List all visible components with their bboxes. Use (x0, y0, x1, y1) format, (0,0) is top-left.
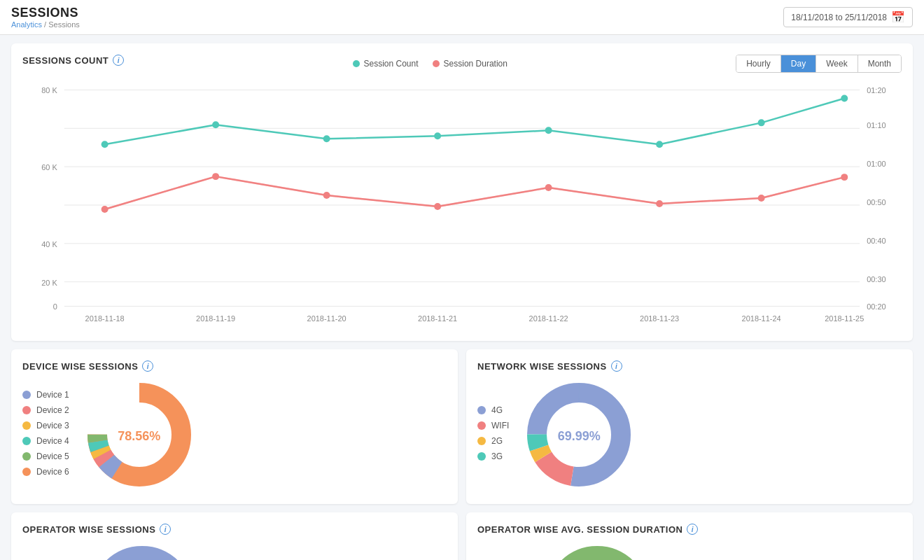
network-donut-svg (523, 379, 635, 491)
breadcrumb-sessions: Sessions (48, 20, 80, 29)
svg-point-39 (545, 184, 552, 191)
sessions-count-info-icon[interactable]: i (113, 55, 124, 66)
color-device3 (22, 421, 31, 430)
breadcrumb-analytics[interactable]: Analytics (11, 20, 42, 29)
legend-session-duration: Session Duration (433, 59, 507, 69)
page-header: SESSIONS Analytics / Sessions 18/11/2018… (0, 0, 924, 35)
svg-text:2018-11-23: 2018-11-23 (640, 314, 679, 323)
legend-4g: 4G (477, 405, 509, 415)
operator-avg-title: OPERATOR WISE AVG. SESSION DURATION i (477, 524, 902, 535)
svg-text:2018-11-19: 2018-11-19 (196, 314, 235, 323)
svg-text:01:10: 01:10 (867, 121, 886, 130)
period-hourly[interactable]: Hourly (736, 55, 781, 72)
operator-wise-info-icon[interactable]: i (160, 524, 171, 535)
color-device6 (22, 468, 31, 476)
svg-point-30 (434, 132, 441, 139)
svg-text:00:30: 00:30 (867, 275, 886, 284)
svg-text:60 K: 60 K (41, 163, 57, 172)
color-wifi (477, 421, 486, 430)
svg-text:20 K: 20 K (41, 279, 57, 287)
svg-text:80 K: 80 K (41, 86, 57, 94)
network-wise-card: NETWORK WISE SESSIONS i 4G WIFI 2G (466, 349, 913, 504)
legend-label-count: Session Count (364, 59, 419, 69)
svg-text:40 K: 40 K (41, 240, 57, 248)
main-content: SESSIONS COUNT i Session Count Session D… (0, 35, 924, 560)
period-week[interactable]: Week (816, 55, 858, 72)
svg-point-31 (545, 127, 552, 134)
svg-text:00:20: 00:20 (867, 303, 886, 312)
operator-avg-donut: 16.79% (541, 542, 653, 560)
legend-device4: Device 4 (22, 436, 69, 446)
operator-wise-donut: 45.5% (86, 542, 198, 560)
svg-point-28 (212, 121, 219, 128)
svg-point-32 (656, 141, 663, 148)
legend-device5: Device 5 (22, 451, 69, 461)
svg-text:2018-11-18: 2018-11-18 (85, 314, 125, 323)
svg-point-36 (212, 173, 219, 180)
svg-text:2018-11-21: 2018-11-21 (418, 314, 457, 323)
svg-text:00:50: 00:50 (867, 198, 886, 206)
svg-point-38 (434, 203, 441, 210)
operator-avg-info-icon[interactable]: i (687, 524, 698, 535)
svg-point-55 (100, 556, 184, 560)
svg-point-27 (102, 141, 108, 148)
legend-device6: Device 6 (22, 467, 69, 477)
device-wise-donut: 78.56% (83, 379, 195, 493)
breadcrumb: Analytics / Sessions (11, 20, 80, 29)
page-title: SESSIONS (11, 6, 80, 20)
operator-avg-content: Jio Airtel Vodafone Aircel (477, 542, 902, 560)
period-buttons: Hourly Day Week Month (736, 55, 902, 73)
device-wise-legend: Device 1 Device 2 Device 3 Device 4 (22, 390, 69, 482)
color-device5 (22, 452, 31, 461)
network-wise-content: 4G WIFI 2G 3G (477, 379, 902, 493)
color-device2 (22, 406, 31, 414)
date-range-text: 18/11/2018 to 25/11/2018 (791, 13, 887, 22)
color-4g (477, 406, 486, 414)
network-wise-donut: 69.99% (523, 379, 635, 493)
legend-2g: 2G (477, 436, 509, 446)
chart-header: SESSIONS COUNT i Session Count Session D… (22, 55, 902, 73)
network-wise-title: NETWORK WISE SESSIONS i (477, 360, 902, 372)
device-wise-content: Device 1 Device 2 Device 3 Device 4 (22, 379, 447, 493)
operator-wise-card: OPERATOR WISE SESSIONS i Jio Airtel Vod (11, 512, 458, 560)
svg-point-42 (841, 174, 848, 181)
date-range-picker[interactable]: 18/11/2018 to 25/11/2018 📅 (783, 7, 913, 27)
color-2g (477, 437, 486, 445)
svg-point-33 (758, 119, 765, 126)
legend-device1: Device 1 (22, 390, 69, 400)
svg-text:0: 0 (53, 303, 57, 312)
sessions-count-title: SESSIONS COUNT i (22, 55, 124, 66)
svg-text:2018-11-22: 2018-11-22 (529, 314, 568, 323)
svg-text:2018-11-20: 2018-11-20 (307, 314, 346, 323)
period-month[interactable]: Month (858, 55, 901, 72)
operator-donut-svg (86, 542, 198, 560)
svg-point-49 (108, 404, 170, 465)
svg-text:01:20: 01:20 (867, 86, 886, 94)
operator-avg-donut-svg (541, 542, 653, 560)
period-day[interactable]: Day (781, 55, 816, 72)
color-device4 (22, 437, 31, 445)
legend-dot-count (353, 60, 360, 67)
chart-legend: Session Count Session Duration (353, 59, 507, 69)
svg-point-37 (323, 192, 330, 199)
legend-3g: 3G (477, 451, 509, 461)
network-wise-info-icon[interactable]: i (611, 360, 622, 372)
operator-wise-content: Jio Airtel Vodafone Aircel (22, 542, 447, 560)
header-left: SESSIONS Analytics / Sessions (11, 6, 80, 29)
legend-session-count: Session Count (353, 59, 419, 69)
svg-point-41 (758, 195, 765, 202)
bottom-cards-grid: DEVICE WISE SESSIONS i Device 1 Device 2 (11, 349, 913, 560)
svg-text:01:00: 01:00 (867, 160, 886, 168)
svg-text:2018-11-25: 2018-11-25 (825, 314, 864, 323)
device-wise-info-icon[interactable]: i (142, 360, 153, 372)
sessions-count-card: SESSIONS COUNT i Session Count Session D… (11, 43, 913, 341)
device-donut-svg (83, 379, 195, 491)
line-chart-container: 80 K 60 K 40 K 20 K 0 01:20 01:10 01:00 … (22, 76, 902, 330)
operator-avg-card: OPERATOR WISE AVG. SESSION DURATION i Ji… (466, 512, 913, 560)
svg-point-60 (555, 556, 639, 560)
legend-wifi: WIFI (477, 421, 509, 430)
network-wise-legend: 4G WIFI 2G 3G (477, 405, 509, 467)
legend-dot-duration (433, 60, 440, 67)
legend-label-duration: Session Duration (444, 59, 507, 69)
calendar-icon: 📅 (891, 10, 905, 24)
